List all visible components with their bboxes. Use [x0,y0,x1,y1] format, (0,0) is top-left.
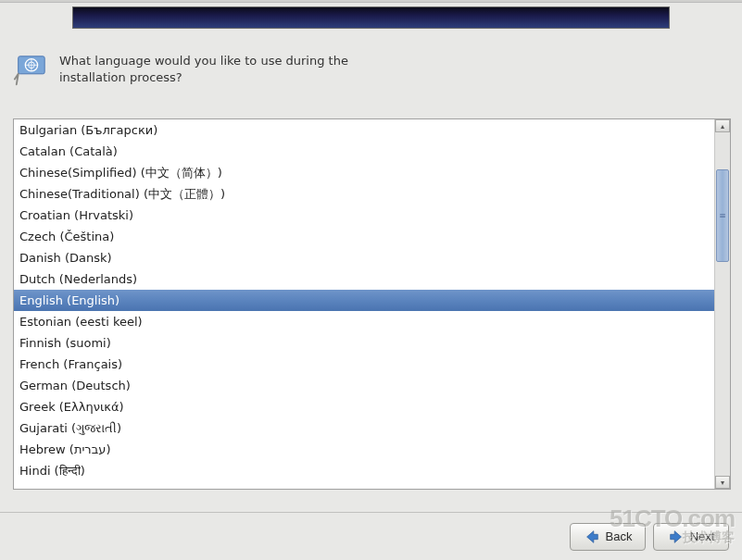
window-topbar [0,0,742,3]
language-option[interactable]: German (Deutsch) [14,375,714,396]
language-option[interactable]: Greek (Ελληνικά) [14,396,714,417]
language-option[interactable]: Hebrew (עברית) [14,439,714,460]
language-option[interactable]: Danish (Dansk) [14,247,714,268]
scroll-down-button[interactable]: ▾ [715,476,730,489]
language-option[interactable]: Chinese(Simplified) (中文（简体）) [14,162,714,183]
prompt-text: What language would you like to use duri… [59,53,356,85]
language-option[interactable]: Estonian (eesti keel) [14,311,714,332]
language-option[interactable]: French (Français) [14,354,714,375]
language-option[interactable]: Catalan (Català) [14,141,714,162]
next-button-label: Next [690,529,715,543]
language-option[interactable]: Bulgarian (Български) [14,119,714,141]
scroll-track[interactable] [715,132,730,476]
language-option[interactable]: Dutch (Nederlands) [14,268,714,290]
header-banner [72,6,670,29]
arrow-left-icon [584,529,600,545]
language-option[interactable]: English (English) [14,290,714,311]
un-flag-icon [13,53,48,88]
back-button-label: Back [606,529,633,543]
prompt-row: What language would you like to use duri… [13,53,725,88]
language-option[interactable]: Gujarati (ગુજરાતી) [14,417,714,439]
language-option[interactable]: Croatian (Hrvatski) [14,205,714,226]
language-option[interactable]: Finnish (suomi) [14,332,714,354]
language-list[interactable]: Bulgarian (Български)Catalan (Català)Chi… [14,119,714,489]
language-list-container: Bulgarian (Български)Catalan (Català)Chi… [13,118,731,490]
back-button[interactable]: Back [570,523,646,551]
arrow-right-icon [668,529,685,545]
next-button[interactable]: Next [653,523,729,551]
scroll-thumb[interactable] [716,169,729,262]
scrollbar: ▴ ▾ [714,119,730,489]
scroll-up-button[interactable]: ▴ [715,119,730,132]
language-option[interactable]: Chinese(Traditional) (中文（正體）) [14,183,714,205]
footer: Back Next [0,512,742,560]
language-option[interactable]: Czech (Čeština) [14,226,714,247]
language-option[interactable]: Hindi (हिन्दी) [14,460,714,481]
